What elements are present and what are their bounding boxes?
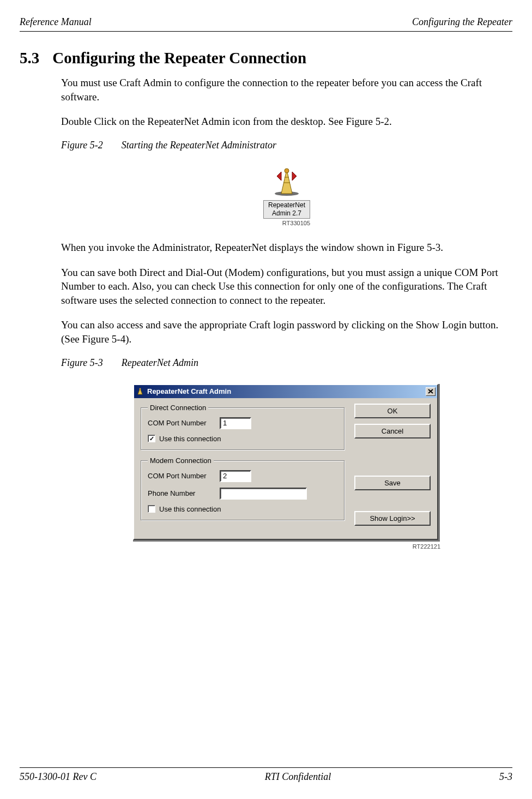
footer-center: RTI Confidential	[265, 771, 331, 783]
figure-caption-text: RepeaterNet Admin	[122, 357, 198, 368]
header-left: Reference Manual	[20, 16, 92, 28]
ok-button[interactable]: OK	[354, 404, 431, 418]
phone-number-label: Phone Number	[148, 489, 220, 497]
figure-5-3: RepeaterNet Craft Admin Direct Connectio…	[133, 384, 440, 550]
paragraph: You can also access and save the appropr…	[61, 318, 512, 346]
svg-marker-6	[292, 172, 297, 181]
figure-caption: Figure 5-2Starting the RepeaterNet Admin…	[61, 140, 512, 151]
paragraph: You can save both Direct and Dial-Out (M…	[61, 266, 512, 308]
use-connection-label: Use this connection	[159, 435, 221, 443]
phone-number-input[interactable]	[220, 488, 307, 500]
section-number: 5.3	[20, 49, 39, 67]
modem-use-connection-checkbox[interactable]	[148, 505, 155, 513]
figure-caption: Figure 5-3RepeaterNet Admin	[61, 357, 512, 369]
modem-connection-group: Modem Connection COM Port Number Phone N…	[141, 456, 344, 520]
paragraph: When you invoke the Administrator, Repea…	[61, 241, 512, 255]
figure-label: Figure 5-2	[61, 140, 103, 151]
page-footer: 550-1300-01 Rev C RTI Confidential 5-3	[20, 767, 512, 783]
cancel-button[interactable]: Cancel	[354, 424, 431, 438]
figure-5-2: RepeaterNet Admin 2.7 RT330105	[61, 166, 512, 227]
modem-connection-legend: Modem Connection	[148, 456, 214, 465]
dialog-title: RepeaterNet Craft Admin	[147, 387, 426, 395]
footer-right: 5-3	[499, 771, 512, 783]
com-port-label: COM Port Number	[148, 419, 220, 427]
direct-connection-legend: Direct Connection	[148, 404, 208, 412]
app-icon	[136, 387, 144, 396]
footer-left: 550-1300-01 Rev C	[20, 771, 96, 783]
figure-caption-text: Starting the RepeaterNet Administrator	[122, 140, 276, 151]
show-login-button[interactable]: Show Login>>	[354, 511, 431, 526]
tower-icon	[273, 166, 301, 197]
close-button[interactable]	[426, 387, 436, 396]
direct-use-connection-checkbox[interactable]: ✓	[148, 435, 155, 442]
direct-com-port-input[interactable]	[220, 417, 251, 429]
svg-marker-5	[277, 172, 281, 181]
save-button[interactable]: Save	[354, 476, 431, 490]
use-connection-label: Use this connection	[159, 505, 221, 513]
direct-connection-group: Direct Connection COM Port Number ✓ Use …	[141, 404, 344, 450]
svg-marker-1	[281, 170, 292, 194]
section-title-text: Configuring the Repeater Connection	[52, 49, 306, 67]
figure-ref: RT330105	[263, 220, 310, 226]
repeaternet-craft-admin-dialog: RepeaterNet Craft Admin Direct Connectio…	[133, 384, 438, 540]
page-header: Reference Manual Configuring the Repeate…	[20, 16, 512, 32]
svg-point-4	[285, 169, 289, 173]
modem-com-port-input[interactable]	[220, 470, 251, 482]
repeaternet-admin-desktop-icon[interactable]: RepeaterNet Admin 2.7 RT330105	[263, 166, 310, 226]
com-port-label: COM Port Number	[148, 472, 220, 480]
svg-point-8	[140, 388, 141, 389]
desktop-icon-label: RepeaterNet Admin 2.7	[263, 200, 310, 219]
close-icon	[428, 389, 433, 394]
dialog-titlebar[interactable]: RepeaterNet Craft Admin	[134, 385, 437, 398]
figure-label: Figure 5-3	[61, 357, 103, 368]
paragraph: You must use Craft Admin to configure th…	[61, 76, 512, 104]
figure-ref: RT222121	[133, 543, 440, 550]
section-heading: 5.3Configuring the Repeater Connection	[20, 49, 512, 67]
header-right: Configuring the Repeater	[412, 16, 512, 28]
paragraph: Double Click on the RepeaterNet Admin ic…	[61, 115, 512, 129]
